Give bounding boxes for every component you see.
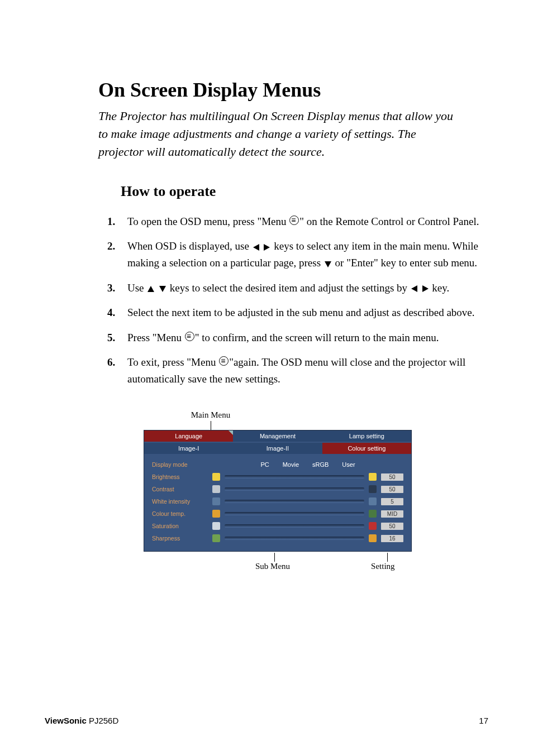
slider xyxy=(225,475,364,479)
opt-value: 50 xyxy=(381,473,403,481)
opt-value: 50 xyxy=(381,486,403,493)
colour-temp-icon xyxy=(369,510,377,518)
row-brightness: Brightness 50 xyxy=(152,472,403,482)
sub-menu-tick xyxy=(274,553,275,562)
mode-pc: PC xyxy=(260,461,269,468)
display-modes: PC Movie sRGB User xyxy=(212,461,403,468)
arrow-right-icon xyxy=(422,285,429,292)
row-sharpness: Sharpness 16 xyxy=(152,533,403,544)
arrow-right-icon xyxy=(264,244,270,251)
white-intensity-icon xyxy=(369,497,377,505)
saturation-icon xyxy=(369,522,377,530)
menu-icon xyxy=(185,332,194,341)
menu-icon xyxy=(289,216,299,225)
tab-corner-icon xyxy=(229,430,233,435)
step-5: Press "Menu " to confirm, and the screen… xyxy=(107,329,488,346)
opt-label: Display mode xyxy=(152,461,212,468)
opt-label: Saturation xyxy=(152,523,212,529)
opt-label: White intensity xyxy=(152,498,212,505)
opt-label: Colour temp. xyxy=(152,510,212,517)
menu-icon xyxy=(219,356,229,366)
step-2-text-a: When OSD is displayed, use xyxy=(127,240,252,252)
contrast-icon xyxy=(212,485,220,493)
opt-value: 16 xyxy=(381,535,403,542)
opt-value: MID xyxy=(381,510,403,518)
step-3-text-a: Use xyxy=(127,282,146,294)
arrow-left-icon xyxy=(411,285,417,292)
row-display-mode: Display mode PC Movie sRGB User xyxy=(152,460,403,470)
page-title: On Screen Display Menus xyxy=(98,78,488,102)
tab-row-top: Language Management Lamp setting xyxy=(144,430,411,442)
saturation-icon xyxy=(212,522,220,530)
step-1-text-b: " on the Remote Control or Control Panel… xyxy=(299,216,479,227)
footer-brand-model: ViewSonic PJ256D xyxy=(45,716,118,725)
tab-lamp-setting: Lamp setting xyxy=(322,430,411,442)
step-5-text-a: Press "Menu xyxy=(127,332,184,343)
main-menu-label: Main Menu xyxy=(9,410,412,420)
steps-list: To open the OSD menu, press "Menu " on t… xyxy=(107,213,488,388)
row-white-intensity: White intensity 5 xyxy=(152,496,403,507)
tab-row-bottom: Image-I Image-II Colour setting xyxy=(144,443,411,454)
opt-label: Contrast xyxy=(152,486,212,492)
tab-image-ii: Image-II xyxy=(233,443,322,454)
slider xyxy=(225,524,364,528)
slider xyxy=(225,512,364,515)
step-6-text-a: To exit, press "Menu xyxy=(127,356,218,368)
arrow-down-icon xyxy=(325,261,331,267)
arrow-down-icon xyxy=(159,286,166,292)
footer-brand: ViewSonic xyxy=(45,716,87,725)
mode-srgb: sRGB xyxy=(312,461,329,468)
howto-heading: How to operate xyxy=(121,183,488,200)
sub-menu-label: Sub Menu xyxy=(255,562,290,571)
white-intensity-icon xyxy=(212,497,220,505)
arrow-up-icon xyxy=(147,286,154,292)
slider xyxy=(225,500,364,503)
step-1: To open the OSD menu, press "Menu " on t… xyxy=(107,213,488,230)
osd-body: Display mode PC Movie sRGB User Brightne… xyxy=(144,454,411,551)
step-1-text-a: To open the OSD menu, press "Menu xyxy=(127,216,289,227)
page-number: 17 xyxy=(479,716,488,725)
slider xyxy=(225,487,364,491)
contrast-icon xyxy=(369,485,377,493)
step-2: When OSD is displayed, use keys to selec… xyxy=(107,238,488,272)
main-menu-tick xyxy=(211,421,211,430)
slider xyxy=(225,537,364,540)
sharpness-icon xyxy=(369,534,377,542)
step-2-text-c: or "Enter" key to enter sub menu. xyxy=(332,257,477,269)
tab-label: Language xyxy=(175,433,202,439)
footer-model: PJ256D xyxy=(87,716,119,725)
step-3-text-b: keys to select the desired item and adju… xyxy=(167,282,410,294)
mode-user: User xyxy=(342,461,355,468)
osd-diagram: Main Menu Language Management Lamp setti… xyxy=(144,410,412,571)
step-3: Use keys to select the desired item and … xyxy=(107,280,488,296)
opt-value: 50 xyxy=(381,523,403,530)
opt-label: Sharpness xyxy=(152,535,212,542)
tab-management: Management xyxy=(233,430,322,442)
row-saturation: Saturation 50 xyxy=(152,521,403,532)
brightness-icon xyxy=(369,473,377,481)
opt-value: 5 xyxy=(381,498,403,505)
colour-temp-icon xyxy=(212,510,220,518)
mode-movie: Movie xyxy=(283,461,299,468)
page-footer: ViewSonic PJ256D 17 xyxy=(45,716,488,725)
setting-tick xyxy=(387,553,388,562)
tab-language: Language xyxy=(144,430,233,442)
setting-label: Setting xyxy=(371,562,395,571)
step-3-text-c: key. xyxy=(430,282,450,294)
arrow-left-icon xyxy=(253,244,259,251)
tab-image-i: Image-I xyxy=(144,443,233,454)
intro-paragraph: The Projector has multilingual On Screen… xyxy=(98,107,456,161)
opt-label: Brightness xyxy=(152,473,212,480)
row-contrast: Contrast 50 xyxy=(152,484,403,495)
osd-screenshot: Language Management Lamp setting Image-I… xyxy=(144,430,412,552)
brightness-icon xyxy=(212,473,220,481)
sharpness-icon xyxy=(212,534,220,542)
step-5-text-b: " to confirm, and the screen will return… xyxy=(195,332,439,343)
tab-colour-setting: Colour setting xyxy=(322,443,411,454)
row-colour-temp: Colour temp. MID xyxy=(152,509,403,519)
step-6: To exit, press "Menu "again. The OSD men… xyxy=(107,354,488,388)
step-4: Select the next item to be adjusted in t… xyxy=(107,304,488,321)
